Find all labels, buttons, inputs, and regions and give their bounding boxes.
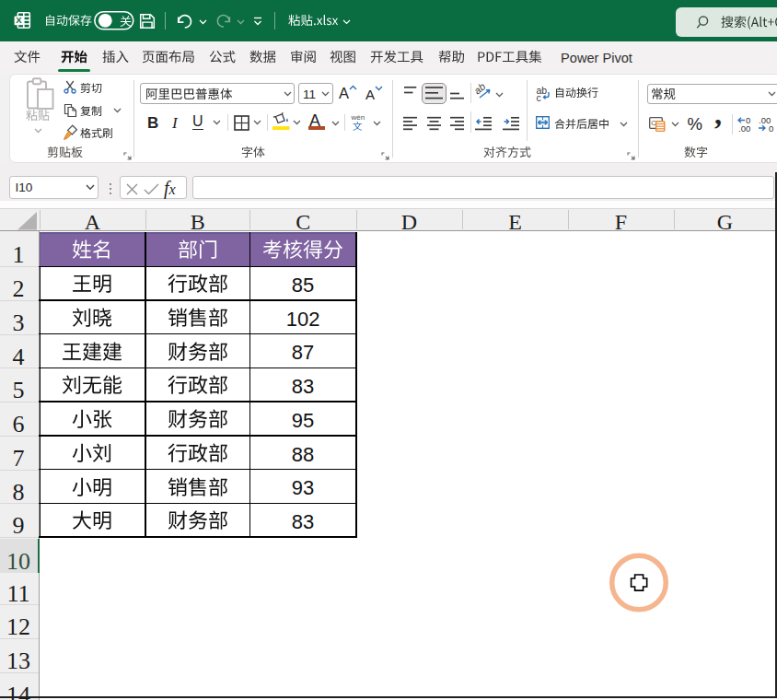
svg-text:0: 0 [769, 123, 773, 134]
svg-text:X: X [16, 15, 22, 25]
svg-text:.00: .00 [738, 123, 750, 134]
svg-text:c: c [537, 92, 541, 103]
